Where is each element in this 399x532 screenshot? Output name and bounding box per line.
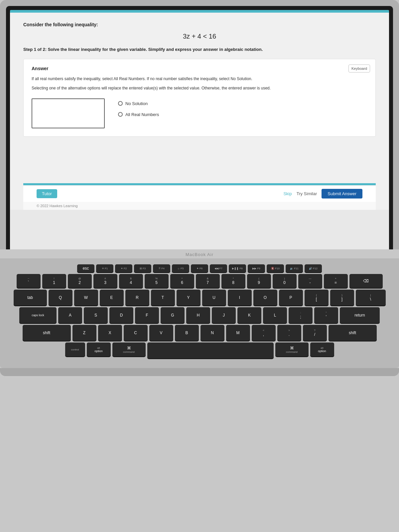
key-tab[interactable]: tab: [14, 290, 47, 306]
key-2[interactable]: @2: [68, 274, 92, 288]
no-solution-radio[interactable]: [118, 101, 123, 106]
key-o[interactable]: O: [253, 290, 277, 306]
key-q[interactable]: Q: [49, 290, 72, 306]
answer-input-row: No Solution All Real Numbers: [32, 98, 367, 128]
key-backslash[interactable]: |\: [356, 290, 386, 306]
key-comma[interactable]: <,: [252, 325, 276, 341]
key-quote[interactable]: "': [314, 307, 338, 323]
key-9[interactable]: (9: [247, 274, 271, 288]
num-row: ~` !1 @2 #3 $4 %5 ^6 &7 *8 (9 )0 —- += ⌫: [7, 274, 392, 288]
key-t[interactable]: T: [151, 290, 175, 306]
key-f11[interactable]: 🔉 F11: [286, 264, 303, 272]
key-shift-left[interactable]: shift: [23, 325, 71, 341]
all-real-numbers-option[interactable]: All Real Numbers: [118, 112, 159, 117]
key-s[interactable]: S: [84, 307, 108, 323]
key-l[interactable]: L: [263, 307, 287, 323]
key-z[interactable]: Z: [72, 325, 96, 341]
no-solution-option[interactable]: No Solution: [118, 101, 159, 106]
key-d[interactable]: D: [109, 307, 133, 323]
key-h[interactable]: H: [186, 307, 210, 323]
key-f2[interactable]: ✶ F2: [115, 264, 132, 272]
key-f7[interactable]: ◀◀ F7: [210, 264, 227, 272]
key-v[interactable]: V: [149, 325, 173, 341]
key-bracket-r[interactable]: }]: [330, 290, 354, 306]
key-alt-left[interactable]: altoption: [87, 342, 111, 356]
fn-row: esc ☀ F1 ✶ F2 ⊞ F3 ⠿ F4 ☼ F5 ✦ F6 ◀◀ F7 …: [7, 264, 392, 272]
key-0[interactable]: )0: [273, 274, 297, 288]
key-b[interactable]: B: [175, 325, 199, 341]
key-i[interactable]: I: [228, 290, 252, 306]
submit-button[interactable]: Submit Answer: [322, 189, 362, 199]
key-f9[interactable]: ▶▶ F9: [248, 264, 265, 272]
key-command-right[interactable]: ⌘command: [275, 342, 309, 356]
key-f12[interactable]: 🔊 F12: [305, 264, 322, 272]
answer-section: Keyboard Answer If all real numbers sati…: [23, 59, 376, 137]
laptop-shell: Consider the following inequality: 3z + …: [0, 0, 399, 249]
key-j[interactable]: J: [212, 307, 236, 323]
key-3[interactable]: #3: [93, 274, 117, 288]
key-caps-lock[interactable]: caps lock: [19, 307, 57, 323]
asdf-row: caps lock A S D F G H J K L :; "' return: [7, 307, 392, 323]
key-e[interactable]: E: [100, 290, 124, 306]
key-5[interactable]: %5: [145, 274, 169, 288]
step-label: Step 1 of 2: Solve the linear inequality…: [23, 46, 376, 53]
key-8[interactable]: *8: [221, 274, 245, 288]
key-1[interactable]: !1: [42, 274, 66, 288]
tutor-button[interactable]: Tutor: [37, 189, 57, 198]
key-alt-right[interactable]: altoption: [310, 342, 334, 356]
macbook-label: MacBook Air: [0, 249, 399, 258]
key-6[interactable]: ^6: [170, 274, 194, 288]
all-real-numbers-label: All Real Numbers: [125, 112, 159, 117]
key-slash[interactable]: ?/: [303, 325, 327, 341]
key-4[interactable]: $4: [119, 274, 143, 288]
key-bracket-l[interactable]: {[: [305, 290, 329, 306]
key-period[interactable]: >.: [277, 325, 301, 341]
key-minus[interactable]: —-: [298, 274, 322, 288]
skip-link[interactable]: Skip: [283, 191, 292, 196]
key-f8[interactable]: ▶❚❚ F8: [229, 264, 246, 272]
answer-instruction-1: If all real numbers satisfy the inequali…: [32, 76, 367, 82]
key-space[interactable]: [147, 342, 274, 358]
bottom-chassis: [0, 368, 399, 376]
key-return[interactable]: return: [340, 307, 380, 323]
footer-right: Skip Try Similar Submit Answer: [283, 189, 362, 199]
key-f4[interactable]: ⠿ F4: [153, 264, 170, 272]
zxcv-row: shift Z X C V B N M <, >. ?/ shift: [7, 325, 392, 341]
key-u[interactable]: U: [202, 290, 226, 306]
key-f1[interactable]: ☀ F1: [96, 264, 113, 272]
key-f[interactable]: F: [135, 307, 159, 323]
key-f10[interactable]: 🔇 F10: [267, 264, 284, 272]
key-x[interactable]: X: [98, 325, 122, 341]
keyboard-button[interactable]: Keyboard: [348, 65, 370, 72]
key-m[interactable]: M: [226, 325, 250, 341]
key-c[interactable]: C: [124, 325, 148, 341]
step-number: Step 1 of 2:: [23, 47, 47, 52]
key-f6[interactable]: ✦ F6: [191, 264, 208, 272]
key-y[interactable]: Y: [177, 290, 200, 306]
answer-label: Answer: [32, 66, 367, 71]
key-semicolon[interactable]: :;: [289, 307, 313, 323]
qwerty-row: tab Q W E R T Y U I O P {[ }] |\: [7, 290, 392, 306]
key-a[interactable]: A: [58, 307, 82, 323]
key-n[interactable]: N: [200, 325, 224, 341]
answer-input-box[interactable]: [32, 98, 105, 128]
key-backspace[interactable]: ⌫: [349, 274, 383, 288]
footer-bar: Tutor Skip Try Similar Submit Answer: [23, 185, 376, 202]
key-k[interactable]: K: [237, 307, 261, 323]
key-w[interactable]: W: [74, 290, 98, 306]
key-7[interactable]: &7: [196, 274, 220, 288]
key-tilde[interactable]: ~`: [17, 274, 41, 288]
key-ctrl[interactable]: control: [65, 342, 85, 356]
key-f3[interactable]: ⊞ F3: [134, 264, 151, 272]
key-esc[interactable]: esc: [77, 264, 94, 272]
key-shift-right[interactable]: shift: [329, 325, 377, 341]
all-real-numbers-radio[interactable]: [118, 112, 123, 117]
key-equals[interactable]: +=: [324, 274, 348, 288]
key-r[interactable]: R: [125, 290, 149, 306]
key-g[interactable]: G: [161, 307, 185, 323]
screen-bezel: Consider the following inequality: 3z + …: [6, 6, 393, 249]
key-p[interactable]: P: [279, 290, 303, 306]
try-similar-link[interactable]: Try Similar: [297, 191, 317, 196]
key-command-left[interactable]: ⌘command: [112, 342, 146, 356]
key-f5[interactable]: ☼ F5: [172, 264, 189, 272]
